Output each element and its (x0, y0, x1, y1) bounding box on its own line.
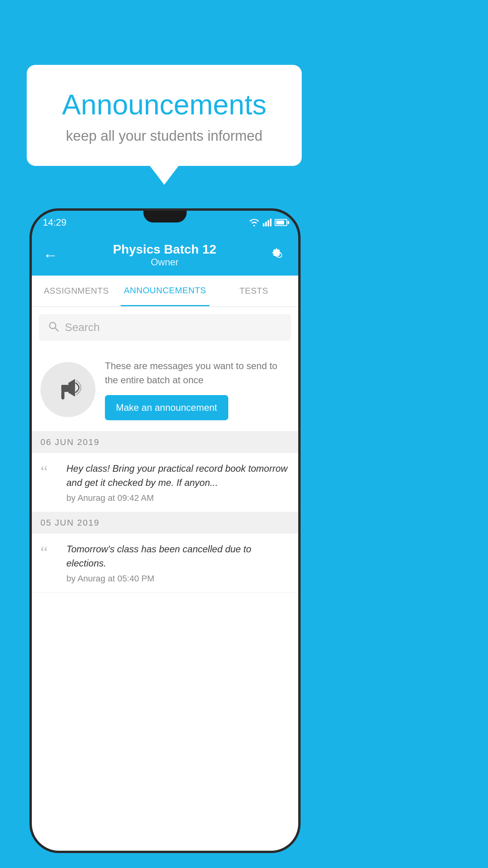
promo-icon-circle (40, 362, 95, 417)
content-area: Search These are messages you want to se… (32, 307, 298, 851)
tab-announcements[interactable]: ANNOUNCEMENTS (121, 276, 209, 306)
header-center: Physics Batch 12 Owner (113, 242, 216, 268)
bubble-subtitle: keep all your students informed (46, 128, 282, 144)
svg-line-5 (55, 328, 58, 331)
svg-rect-2 (268, 220, 269, 226)
status-icons (249, 219, 287, 226)
phone-frame: 14:29 ← Physics Batch 12 (29, 208, 301, 853)
back-button[interactable]: ← (43, 248, 58, 263)
search-bar[interactable]: Search (39, 314, 291, 341)
status-time: 14:29 (43, 217, 66, 228)
announcement-content-1: Hey class! Bring your practical record b… (66, 462, 290, 503)
announcement-text-2: Tomorrow's class has been cancelled due … (66, 542, 290, 570)
tab-tests[interactable]: TESTS (209, 276, 298, 306)
search-placeholder: Search (65, 321, 100, 334)
svg-rect-0 (263, 223, 264, 226)
megaphone-icon (53, 375, 83, 405)
search-icon (48, 320, 59, 335)
svg-rect-1 (265, 222, 267, 226)
announcement-item-1[interactable]: “ Hey class! Bring your practical record… (32, 453, 298, 512)
header-title: Physics Batch 12 (113, 242, 216, 257)
bubble-title: Announcements (46, 88, 282, 121)
app-header: ← Physics Batch 12 Owner (32, 234, 298, 276)
announcement-by-1: by Anurag at 09:42 AM (66, 493, 290, 503)
svg-rect-6 (61, 385, 68, 392)
announcement-promo: These are messages you want to send to t… (32, 348, 298, 432)
tab-assignments[interactable]: ASSIGNMENTS (32, 276, 121, 306)
promo-right: These are messages you want to send to t… (105, 359, 290, 420)
battery-fill (276, 221, 284, 224)
wifi-icon (249, 219, 260, 226)
battery-icon (275, 219, 287, 226)
header-subtitle: Owner (113, 257, 216, 268)
phone-notch (143, 211, 187, 223)
svg-rect-3 (270, 219, 272, 226)
quote-icon-1: “ (40, 463, 58, 480)
date-separator-2: 05 JUN 2019 (32, 512, 298, 533)
tabs: ASSIGNMENTS ANNOUNCEMENTS TESTS (32, 276, 298, 307)
date-separator-1: 06 JUN 2019 (32, 432, 298, 453)
settings-icon[interactable] (272, 247, 287, 263)
signal-icon (263, 219, 272, 226)
quote-icon-2: “ (40, 544, 58, 560)
announcement-text-1: Hey class! Bring your practical record b… (66, 462, 290, 490)
announcement-item-2[interactable]: “ Tomorrow's class has been cancelled du… (32, 533, 298, 593)
promo-description: These are messages you want to send to t… (105, 359, 290, 387)
announcement-by-2: by Anurag at 05:40 PM (66, 574, 290, 584)
speech-bubble: Announcements keep all your students inf… (27, 65, 302, 166)
make-announcement-button[interactable]: Make an announcement (105, 395, 228, 420)
announcement-content-2: Tomorrow's class has been cancelled due … (66, 542, 290, 584)
